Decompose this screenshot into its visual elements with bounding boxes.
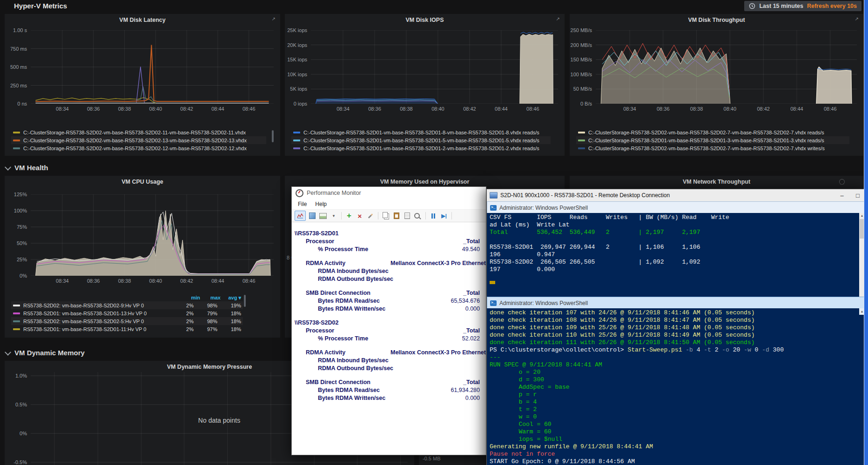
terminal-text: 4 xyxy=(697,346,704,353)
terminal-text: -t xyxy=(704,346,714,353)
view-dropdown-arrow-icon[interactable]: ▾ xyxy=(330,211,338,220)
window-titlebar[interactable]: S2D-N01 900x1000 - RS5738-S2D01 - Remote… xyxy=(487,189,868,202)
maximize-button[interactable]: □ xyxy=(850,190,866,200)
panel-vm-cpu-usage: VM CPU Usage minmaxavg ▾RS5738-S2D02: vm… xyxy=(5,176,280,338)
terminal-text: Cool = 60 xyxy=(490,421,552,428)
report-gap xyxy=(292,253,486,259)
x-axis-tick-label: 08:34 xyxy=(616,106,644,112)
terminal-line: Generating new runfile @ 9/11/2018 8:44:… xyxy=(490,443,865,451)
panel-title[interactable]: VM Disk IOPS xyxy=(285,17,565,23)
legend-item[interactable]: RS5738-S2D01: vm-base-RS5738-S2D01-11:Hv… xyxy=(11,325,243,333)
legend-item[interactable]: C:-ClusterStorage-RS5738-S2D01-vm-base-R… xyxy=(291,128,551,136)
legend-item[interactable]: C:-ClusterStorage-RS5738-S2D01-vm-base-R… xyxy=(291,144,551,152)
menu-file[interactable]: File xyxy=(294,200,311,208)
terminal-output[interactable]: CSV FS IOPS Reads Writes | BW (MB/s) Rea… xyxy=(487,213,865,297)
copy-icon[interactable] xyxy=(382,211,390,220)
report-label: RDMA Outbound Bytes/sec xyxy=(318,276,393,282)
legend-color-swatch xyxy=(578,147,585,149)
window-buttons: – □ xyxy=(834,190,866,200)
terminal-line: b = 4 xyxy=(490,399,865,406)
graph-canvas[interactable] xyxy=(31,194,274,276)
terminal-text: 20 xyxy=(733,346,744,353)
legend-scrollbar[interactable] xyxy=(244,295,246,307)
legend-sort-max[interactable]: max xyxy=(200,295,221,300)
paste-icon[interactable] xyxy=(392,211,401,220)
y-axis-tick-label: 750 ms xyxy=(5,46,27,52)
report-counter-row: RDMA Outbound Bytes/sec xyxy=(292,365,486,372)
toolbar: ▾ + × ▶| xyxy=(292,209,486,222)
toolbar-separator xyxy=(378,212,378,219)
properties-icon[interactable] xyxy=(403,211,411,220)
panel-title[interactable]: VM Disk Throughput xyxy=(570,17,863,23)
terminal-text: 300 xyxy=(773,346,784,353)
legend-sort-min[interactable]: min xyxy=(180,295,200,300)
report-view-icon[interactable] xyxy=(319,211,327,220)
legend-sort-avg[interactable]: avg ▾ xyxy=(221,295,241,301)
terminal-line: t = 2 xyxy=(490,406,865,413)
graph-canvas[interactable] xyxy=(311,30,558,104)
terminal-output[interactable]: done check iteration 107 with 24/26 @ 9/… xyxy=(487,308,865,465)
legend-item[interactable]: C:-ClusterStorage-RS5738-S2D02-vm-base-R… xyxy=(11,128,266,136)
legend-label: C:-ClusterStorage-RS5738-S2D02-vm-base-R… xyxy=(23,146,247,151)
terminal-line: d = 300 xyxy=(490,376,865,384)
legend-color-swatch xyxy=(578,140,585,141)
latency-chart xyxy=(31,30,274,104)
legend-value-avg: 18% xyxy=(221,319,241,324)
panel-title[interactable]: VM Network Throughput xyxy=(570,179,863,185)
legend-item[interactable]: C:-ClusterStorage-RS5738-S2D02-vm-base-R… xyxy=(11,136,266,144)
section-label: VM Dynamic Memory xyxy=(14,349,85,357)
window-titlebar[interactable]: Administrator: Windows PowerShell xyxy=(487,297,865,309)
legend-item[interactable]: C:-ClusterStorage-RS5738-S2D01-vm-base-R… xyxy=(291,136,551,144)
dashboard-title[interactable]: Hyper-V Metrics xyxy=(14,2,67,10)
x-axis-tick-label: 08:44 xyxy=(204,278,232,284)
delete-counter-icon[interactable]: × xyxy=(356,211,364,220)
graph-legend: minmaxavg ▾RS5738-S2D02: vm-base-RS5738-… xyxy=(11,294,243,333)
legend-scrollbar[interactable] xyxy=(272,130,274,142)
legend-item[interactable]: C:-ClusterStorage-RS5738-S2D02-vm-base-R… xyxy=(576,144,849,152)
external-link-icon[interactable]: ↗ xyxy=(855,16,859,21)
highlight-pencil-icon[interactable] xyxy=(366,211,375,220)
perfmon-report-view[interactable]: \\RS5738-S2D01Processor_Total% Processor… xyxy=(292,222,486,455)
time-range-picker[interactable]: Last 15 minutes Refresh every 10s xyxy=(744,1,861,11)
histogram-view-icon[interactable] xyxy=(308,211,316,220)
legend-label: C:-ClusterStorage-RS5738-S2D01-vm-base-R… xyxy=(588,138,824,143)
legend-item[interactable]: RS5738-S2D01: vm-base-RS5738-S2D01-13:Hv… xyxy=(11,309,243,317)
window-titlebar[interactable]: Performance Monitor xyxy=(292,187,486,199)
terminal-text: ad Lat (ms) Write Lat xyxy=(490,221,570,228)
legend-item[interactable]: RS5738-S2D02: vm-base-RS5738-S2D02-9:Hv … xyxy=(11,301,243,309)
section-vm-health[interactable]: VM Health xyxy=(6,164,48,172)
y-axis-tick-label: 100 MB/s xyxy=(570,72,592,77)
panel-title[interactable]: VM CPU Usage xyxy=(5,179,280,185)
zoom-icon[interactable] xyxy=(414,211,422,220)
terminal-text: t = 2 xyxy=(490,406,537,413)
legend-item[interactable]: C:-ClusterStorage-RS5738-S2D01-vm-base-R… xyxy=(576,136,849,144)
legend-value-max: 97% xyxy=(197,326,217,332)
remote-desktop-window: S2D-N01 900x1000 - RS5738-S2D01 - Remote… xyxy=(486,189,868,465)
report-value: 61,934.280 xyxy=(451,386,480,394)
legend-item[interactable]: C:-ClusterStorage-RS5738-S2D02-vm-base-R… xyxy=(11,144,266,152)
rdp-icon xyxy=(490,192,498,199)
section-vm-dynamic-memory[interactable]: VM Dynamic Memory xyxy=(6,349,85,357)
add-counter-icon[interactable]: + xyxy=(345,211,353,220)
graph-canvas[interactable] xyxy=(596,30,857,104)
external-link-icon[interactable]: ↗ xyxy=(556,16,560,21)
report-value: Mellanox ConnectX-3 Pro Ethernet Ad xyxy=(390,259,486,267)
report-host: \\RS5738-S2D01 xyxy=(295,230,486,238)
window-titlebar[interactable]: Administrator: Windows PowerShell xyxy=(487,201,865,214)
pause-icon[interactable] xyxy=(429,211,437,220)
toolbar-separator xyxy=(451,212,452,219)
desktop: Hyper-V Metrics Last 15 minutes Refresh … xyxy=(0,0,868,465)
graph-canvas[interactable] xyxy=(31,30,274,104)
external-link-icon[interactable]: ↗ xyxy=(272,16,276,21)
legend-item[interactable]: C:-ClusterStorage-RS5738-S2D02-vm-base-R… xyxy=(576,128,849,136)
minimize-button[interactable]: – xyxy=(834,190,850,200)
terminal-text: b = 4 xyxy=(490,399,537,405)
chart-view-icon[interactable] xyxy=(295,211,306,221)
panel-title[interactable]: VM Memory Used on Hypervisor xyxy=(285,179,565,185)
menu-help[interactable]: Help xyxy=(311,200,331,208)
report-value: 49.540 xyxy=(462,246,480,253)
y-axis-tick-label: 25K iops xyxy=(285,27,307,33)
panel-title[interactable]: VM Disk Latency xyxy=(5,17,280,23)
legend-item[interactable]: RS5738-S2D02: vm-base-RS5738-S2D02-5:Hv … xyxy=(11,317,243,325)
update-data-icon[interactable]: ▶| xyxy=(440,211,448,220)
